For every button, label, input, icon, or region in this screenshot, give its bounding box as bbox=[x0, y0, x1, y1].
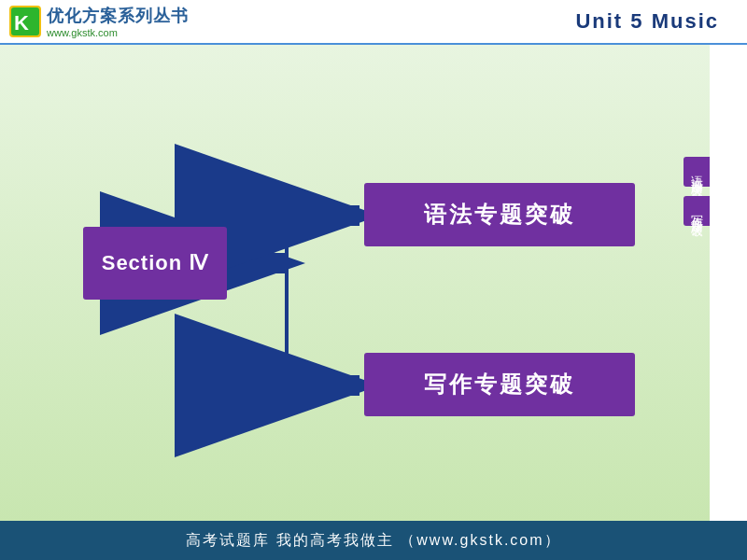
section-label: Section Ⅳ bbox=[102, 251, 209, 275]
svg-text:K: K bbox=[14, 11, 29, 35]
main-content: Section Ⅳ 语法专题突破 写作专题突破 语法专题突破 写作专题突破 bbox=[0, 45, 710, 521]
logo-text-block: 优化方案系列丛书 www.gkstk.com bbox=[47, 5, 189, 38]
sidebar-tab-writing[interactable]: 写作专题突破 bbox=[684, 196, 710, 226]
sidebar: 语法专题突破 写作专题突破 bbox=[672, 45, 710, 521]
grammar-box[interactable]: 语法专题突破 bbox=[364, 183, 635, 246]
footer: 高考试题库 我的高考我做主 （www.gkstk.com） bbox=[0, 521, 747, 560]
logo-title: 优化方案系列丛书 bbox=[47, 5, 189, 27]
logo-icon: K bbox=[9, 6, 41, 37]
header-unit: Unit 5 Music bbox=[575, 9, 719, 34]
footer-text: 高考试题库 我的高考我做主 （www.gkstk.com） bbox=[186, 531, 560, 551]
logo-subtitle: www.gkstk.com bbox=[47, 27, 189, 38]
grammar-label: 语法专题突破 bbox=[424, 200, 575, 230]
logo-area: K 优化方案系列丛书 www.gkstk.com bbox=[9, 5, 189, 38]
section-box: Section Ⅳ bbox=[83, 227, 227, 300]
header: K 优化方案系列丛书 www.gkstk.com Unit 5 Music bbox=[0, 0, 747, 45]
writing-box[interactable]: 写作专题突破 bbox=[364, 353, 635, 416]
sidebar-tab-grammar[interactable]: 语法专题突破 bbox=[684, 157, 710, 187]
writing-label: 写作专题突破 bbox=[424, 370, 575, 399]
